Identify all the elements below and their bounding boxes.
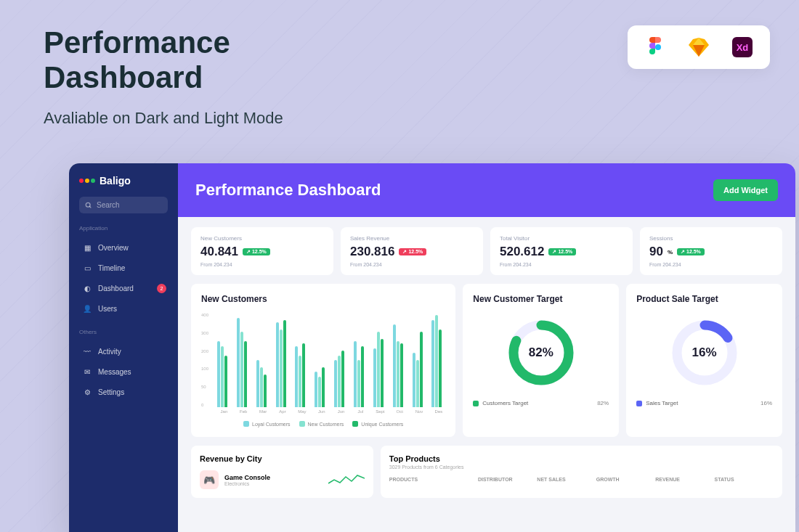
calendar-icon: ▭ [82, 263, 92, 273]
item-category: Electronics [224, 481, 270, 486]
stat-label: Total Visitor [500, 235, 623, 242]
stat-delta-badge: ↗ 12.5% [243, 248, 270, 255]
customer-target-card: New Customer Target 82% Customers Target… [463, 284, 619, 437]
sidebar-item-settings[interactable]: ⚙Settings [79, 382, 168, 402]
charts-row: New Customers 400300200100500 JanFebMarA… [191, 284, 782, 437]
sketch-icon [689, 37, 709, 57]
legend-item: Loyal Customers [243, 421, 291, 427]
top-products-card: Top Products 3029 Products from 6 Catego… [381, 446, 782, 498]
legend-item: New Customers [299, 421, 344, 427]
donut-chart: 82% [473, 313, 609, 393]
donut-value: 16% [692, 345, 717, 360]
message-icon: ✉ [82, 367, 92, 377]
donut-chart: 16% [636, 313, 772, 393]
svg-line-4 [89, 206, 91, 208]
game-console-icon: 🎮 [200, 470, 219, 489]
stat-label: Sessions [649, 235, 773, 242]
svg-point-0 [655, 44, 661, 50]
bar-group [217, 341, 231, 407]
promo-title-line1: Performance [44, 25, 283, 60]
app-window: Baligo Search Application ▦Overview ▭Tim… [69, 163, 795, 532]
user-icon: 👤 [82, 303, 92, 314]
card-subtitle: 3029 Products from 6 Categories [389, 465, 774, 470]
search-icon [85, 202, 92, 209]
item-name: Game Console [224, 474, 270, 481]
chart-title: New Customer Target [473, 294, 609, 304]
promo-title-line2: Dashboard [44, 60, 283, 95]
stat-value: 90 [649, 245, 663, 259]
nav-section-others: Others [79, 329, 168, 335]
stats-row: New Customers 40.841↗ 12.5% From 204.234… [191, 227, 782, 275]
gear-icon: ⚙ [82, 387, 92, 397]
search-input[interactable]: Search [79, 197, 168, 213]
tools-card: Xd [628, 25, 770, 69]
bar-group [354, 341, 368, 407]
stat-delta-badge: ↗ 12.5% [548, 248, 576, 255]
brand: Baligo [79, 175, 168, 187]
target-legend: Sales Target 16% [636, 400, 772, 406]
card-title: Top Products [389, 454, 774, 463]
page-title: Performance Dashboard [195, 181, 381, 200]
sidebar-item-users[interactable]: 👤Users [79, 298, 168, 319]
bar-group [393, 324, 407, 407]
sidebar-item-timeline[interactable]: ▭Timeline [79, 258, 168, 278]
activity-icon: 〰 [82, 346, 92, 356]
sidebar-item-activity[interactable]: 〰Activity [79, 341, 168, 361]
bar-group [413, 332, 426, 407]
sidebar-item-messages[interactable]: ✉Messages [79, 361, 168, 382]
bar-chart: 400300200100500 [201, 313, 445, 407]
brand-name: Baligo [100, 175, 131, 187]
xd-icon: Xd [732, 37, 753, 57]
chart-legend: Loyal CustomersNew CustomersUnique Custo… [201, 421, 445, 427]
promo-header: Performance Dashboard Avaliable on Dark … [44, 25, 283, 128]
nav-section-application: Application [79, 225, 168, 232]
x-labels: JanFebMarAprMayJunJunJulSeptOctNovDes [201, 409, 445, 414]
revenue-by-city-card: Revenue by City 🎮 Game Console Electroni… [191, 446, 373, 498]
stat-value: 230.816 [350, 245, 394, 259]
sidebar-item-dashboard[interactable]: ◐Dashboard2 [79, 278, 168, 298]
bar-group [373, 332, 387, 407]
new-customers-chart-card: New Customers 400300200100500 JanFebMarA… [191, 284, 455, 437]
chart-title: Product Sale Target [636, 294, 772, 304]
bar-group [276, 320, 290, 407]
stat-value: 40.841 [200, 245, 238, 259]
nav-badge: 2 [157, 284, 166, 293]
sparkline-icon [328, 472, 365, 487]
chart-title: New Customers [201, 294, 445, 304]
stat-from: From 204.234 [350, 262, 474, 267]
svg-text:Xd: Xd [737, 42, 749, 53]
search-placeholder: Search [97, 201, 120, 209]
stat-from: From 204.234 [200, 262, 324, 267]
stat-card[interactable]: Sessions 90%↗ 12.5% From 204.234 [640, 227, 782, 275]
product-sale-target-card: Product Sale Target 16% Sales Target 16% [626, 284, 782, 437]
donut-value: 82% [529, 345, 553, 360]
card-title: Revenue by City [200, 454, 365, 463]
bottom-row: Revenue by City 🎮 Game Console Electroni… [191, 446, 782, 498]
svg-point-3 [86, 202, 90, 207]
stat-label: New Customers [200, 235, 324, 242]
grid-icon: ▦ [82, 242, 92, 253]
bar-group [315, 367, 328, 407]
stat-card[interactable]: New Customers 40.841↗ 12.5% From 204.234 [191, 227, 333, 275]
bar-group [256, 360, 270, 407]
pie-icon: ◐ [82, 283, 92, 293]
table-header: PRODUCTSDISTRIBUTORNET SALESGROWTHREVENU… [389, 477, 774, 482]
sidebar-item-overview[interactable]: ▦Overview [79, 237, 168, 258]
topbar: Performance Dashboard Add Widget [178, 163, 795, 217]
bar-group [237, 318, 251, 408]
sidebar: Baligo Search Application ▦Overview ▭Tim… [69, 163, 178, 532]
bar-group [334, 351, 348, 407]
stat-card[interactable]: Sales Revenue 230.816↗ 12.5% From 204.23… [341, 227, 483, 275]
figma-icon [645, 37, 665, 57]
stat-card[interactable]: Total Visitor 520.612↗ 12.5% From 204.23… [490, 227, 633, 275]
content: New Customers 40.841↗ 12.5% From 204.234… [178, 217, 795, 508]
add-widget-button[interactable]: Add Widget [713, 179, 778, 201]
stat-delta-badge: ↗ 12.5% [399, 248, 426, 255]
stat-delta-badge: ↗ 12.5% [677, 248, 705, 255]
stat-label: Sales Revenue [350, 235, 474, 242]
target-legend: Customers Target 82% [473, 400, 609, 406]
brand-logo-icon [79, 179, 95, 183]
stat-from: From 204.234 [500, 262, 623, 267]
revenue-item[interactable]: 🎮 Game Console Electronics [200, 470, 365, 489]
legend-item: Unique Customers [352, 421, 403, 427]
